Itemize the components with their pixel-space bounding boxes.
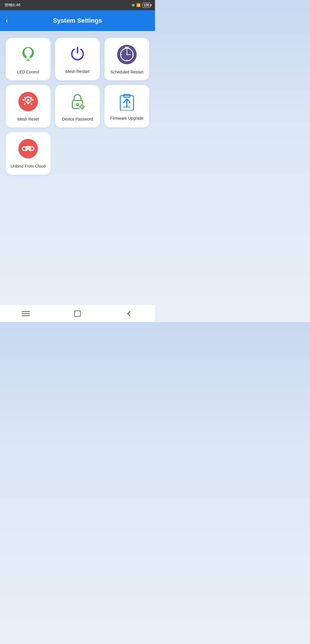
unbind-icon [18,139,38,160]
mesh-restart-card[interactable]: Mesh Restart [55,38,100,80]
firmware-icon [118,93,136,112]
svg-point-32 [82,106,83,108]
svg-rect-5 [27,60,30,61]
svg-rect-19 [27,96,29,98]
svg-rect-21 [23,99,24,101]
battery-icon: 100 [142,3,150,8]
password-icon [68,92,87,112]
led-control-card[interactable]: LED Control [6,38,51,80]
nav-back-button[interactable] [121,308,138,319]
svg-rect-2 [26,57,30,58]
svg-rect-36 [84,106,85,107]
firmware-upgrade-card[interactable]: Firmware Upgrade [104,85,149,127]
status-time: 傍晚6:46 [5,3,20,8]
status-bar: 傍晚6:46 ⊠ 📶 100 [0,0,155,10]
svg-rect-34 [82,108,83,109]
main-content: LED Control Mesh Restart [0,31,155,305]
reset-icon [18,92,38,112]
led-control-label: LED Control [17,69,39,75]
settings-grid: LED Control Mesh Restart [6,38,149,175]
svg-rect-22 [32,99,34,101]
led-icon [20,45,37,65]
svg-rect-3 [27,58,29,59]
mesh-reset-label: Mesh Reset [18,117,39,122]
svg-point-18 [27,99,29,101]
page-title: System Settings [7,17,148,24]
nav-menu-button[interactable] [17,308,34,319]
close-icon: ⊠ [132,3,135,7]
nav-home-button[interactable] [69,308,86,319]
mesh-reset-card[interactable]: Mesh Reset [6,85,51,127]
svg-rect-51 [75,311,80,317]
back-button[interactable]: ‹ [6,17,8,25]
svg-rect-35 [80,106,80,107]
power-icon [68,45,87,65]
bottom-nav [0,305,155,322]
header: ‹ System Settings [0,10,155,31]
svg-rect-20 [27,103,29,104]
firmware-upgrade-label: Firmware Upgrade [110,116,144,121]
svg-rect-33 [82,104,83,105]
device-password-card[interactable]: Device Password [55,85,100,127]
mesh-restart-label: Mesh Restart [65,69,89,74]
scheduled-icon [117,45,137,65]
unbind-cloud-card[interactable]: Unbind From Cloud [6,132,51,174]
status-icons: ⊠ 📶 100 [132,3,150,8]
scheduled-restart-label: Scheduled Restart [110,69,143,75]
device-password-label: Device Password [62,117,93,122]
svg-point-15 [126,54,127,55]
unbind-cloud-label: Unbind From Cloud [11,164,45,169]
svg-rect-29 [77,104,78,106]
scheduled-restart-card[interactable]: Scheduled Restart [104,38,149,80]
svg-point-1 [24,48,32,57]
wifi-icon: 📶 [136,3,141,7]
svg-point-16 [18,92,38,111]
